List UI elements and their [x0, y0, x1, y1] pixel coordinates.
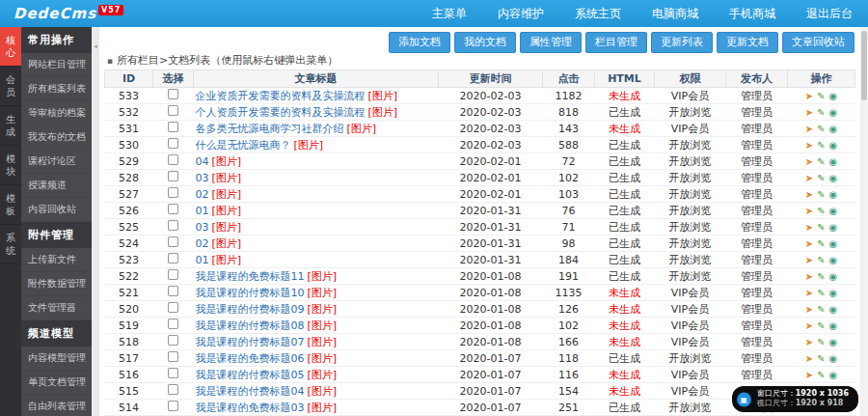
- toolbar-button-2[interactable]: 属性管理: [520, 32, 582, 53]
- op-preview-icon[interactable]: ➤: [805, 156, 813, 167]
- doc-title-link[interactable]: 我是课程的免费标题11: [196, 270, 305, 283]
- op-preview-icon[interactable]: ➤: [805, 320, 813, 331]
- topnav-item-2[interactable]: 系统主页: [559, 0, 637, 27]
- op-edit-icon[interactable]: ✎: [817, 353, 825, 364]
- sidebar-item-1-0[interactable]: 上传新文件: [21, 248, 92, 272]
- doc-title-link[interactable]: 我是课程的付费标题07: [196, 336, 305, 348]
- sidebar-item-0-0[interactable]: 网站栏目管理: [21, 53, 92, 77]
- row-checkbox[interactable]: [168, 319, 178, 329]
- op-view-icon[interactable]: ◉: [829, 255, 838, 265]
- op-view-icon[interactable]: ◉: [829, 124, 838, 134]
- op-preview-icon[interactable]: ➤: [805, 304, 813, 315]
- row-checkbox[interactable]: [168, 105, 178, 116]
- doc-title-link[interactable]: 02: [196, 237, 209, 250]
- toolbar-button-4[interactable]: 更新列表: [651, 32, 713, 53]
- scrollbar-thumb[interactable]: [861, 31, 867, 100]
- op-view-icon[interactable]: ◉: [829, 107, 838, 118]
- module-nav-item-3[interactable]: 模块: [0, 146, 21, 185]
- doc-title-link[interactable]: 我是课程的付费标题05: [196, 369, 305, 381]
- op-preview-icon[interactable]: ➤: [805, 238, 813, 249]
- op-preview-icon[interactable]: ➤: [805, 337, 813, 347]
- op-view-icon[interactable]: ◉: [829, 91, 838, 101]
- topnav-item-5[interactable]: 退出后台: [791, 0, 868, 27]
- sidebar-item-2-1[interactable]: 单页文档管理: [21, 371, 92, 395]
- op-edit-icon[interactable]: ✎: [817, 107, 825, 118]
- op-view-icon[interactable]: ◉: [829, 337, 838, 347]
- row-checkbox[interactable]: [168, 236, 178, 247]
- op-edit-icon[interactable]: ✎: [817, 189, 825, 200]
- op-edit-icon[interactable]: ✎: [817, 140, 825, 151]
- op-preview-icon[interactable]: ➤: [805, 124, 813, 134]
- op-view-icon[interactable]: ◉: [829, 173, 838, 183]
- doc-title-link[interactable]: 03: [196, 221, 209, 234]
- topnav-item-1[interactable]: 内容维护: [482, 0, 559, 27]
- doc-title-link[interactable]: 03: [196, 172, 209, 184]
- sidebar-item-0-6[interactable]: 内容回收站: [21, 198, 92, 222]
- doc-title-link[interactable]: 我是课程的付费标题09: [196, 303, 305, 316]
- op-preview-icon[interactable]: ➤: [805, 173, 813, 183]
- op-view-icon[interactable]: ◉: [829, 304, 838, 315]
- sidebar-item-1-1[interactable]: 附件数据管理: [21, 272, 92, 296]
- op-preview-icon[interactable]: ➤: [805, 189, 813, 200]
- op-view-icon[interactable]: ◉: [829, 353, 838, 364]
- sidebar-item-1-2[interactable]: 文件管理器: [21, 296, 92, 320]
- op-view-icon[interactable]: ◉: [829, 140, 838, 151]
- module-nav-item-1[interactable]: 会员: [0, 67, 21, 106]
- row-checkbox[interactable]: [168, 220, 178, 231]
- op-preview-icon[interactable]: ➤: [805, 288, 813, 298]
- op-view-icon[interactable]: ◉: [829, 271, 838, 282]
- op-edit-icon[interactable]: ✎: [817, 238, 825, 249]
- row-checkbox[interactable]: [168, 286, 178, 296]
- module-nav-item-2[interactable]: 生成: [0, 106, 21, 146]
- doc-title-link[interactable]: 我是课程的付费标题08: [196, 319, 305, 332]
- doc-title-link[interactable]: 我是课程的付费标题10: [196, 287, 305, 299]
- row-checkbox[interactable]: [168, 122, 178, 132]
- op-view-icon[interactable]: ◉: [829, 156, 838, 167]
- sidebar-item-2-0[interactable]: 内容模型管理: [21, 347, 92, 371]
- row-checkbox[interactable]: [168, 351, 178, 362]
- op-view-icon[interactable]: ◉: [829, 238, 838, 249]
- row-checkbox[interactable]: [168, 368, 178, 378]
- op-preview-icon[interactable]: ➤: [805, 255, 813, 265]
- row-checkbox[interactable]: [168, 89, 178, 99]
- module-nav-item-4[interactable]: 模板: [0, 185, 21, 225]
- op-edit-icon[interactable]: ✎: [817, 271, 825, 282]
- op-preview-icon[interactable]: ➤: [805, 140, 813, 151]
- row-checkbox[interactable]: [168, 138, 178, 149]
- doc-title-link[interactable]: 02: [196, 188, 209, 201]
- row-checkbox[interactable]: [168, 154, 178, 165]
- op-view-icon[interactable]: ◉: [829, 222, 838, 233]
- doc-title-link[interactable]: 个人资质开发需要的资料及实操流程: [196, 106, 366, 119]
- op-preview-icon[interactable]: ➤: [805, 271, 813, 282]
- toolbar-button-5[interactable]: 更新文档: [717, 32, 778, 53]
- module-nav-item-0[interactable]: 核心: [0, 27, 21, 67]
- doc-title-link[interactable]: 我是课程的免费标题06: [196, 352, 305, 365]
- topnav-item-4[interactable]: 手机商城: [714, 0, 791, 27]
- op-edit-icon[interactable]: ✎: [817, 222, 825, 233]
- op-edit-icon[interactable]: ✎: [817, 320, 825, 331]
- sidebar-item-0-3[interactable]: 我发布的文档: [21, 125, 92, 150]
- row-checkbox[interactable]: [168, 302, 178, 313]
- op-preview-icon[interactable]: ➤: [805, 91, 813, 101]
- op-edit-icon[interactable]: ✎: [817, 206, 825, 216]
- sidebar-item-0-4[interactable]: 课程讨论区: [21, 150, 92, 174]
- op-preview-icon[interactable]: ➤: [805, 353, 813, 364]
- op-edit-icon[interactable]: ✎: [817, 173, 825, 183]
- toolbar-button-3[interactable]: 栏目管理: [585, 32, 647, 53]
- toolbar-button-6[interactable]: 文章回收站: [782, 32, 854, 53]
- row-checkbox[interactable]: [168, 204, 178, 214]
- row-checkbox[interactable]: [168, 384, 178, 395]
- sidebar-item-2-2[interactable]: 自由列表管理: [21, 395, 92, 416]
- row-checkbox[interactable]: [168, 269, 178, 280]
- sidebar-collapse-handle[interactable]: ◂: [92, 27, 99, 416]
- op-edit-icon[interactable]: ✎: [817, 124, 825, 134]
- sidebar-item-0-5[interactable]: 授课频道: [21, 174, 92, 198]
- op-view-icon[interactable]: ◉: [829, 370, 838, 380]
- row-checkbox[interactable]: [168, 335, 178, 346]
- op-edit-icon[interactable]: ✎: [817, 304, 825, 315]
- doc-title-link[interactable]: 什么是无忧源电商？: [196, 139, 291, 152]
- op-preview-icon[interactable]: ➤: [805, 206, 813, 216]
- doc-title-link[interactable]: 我是课程的免费标题03: [196, 402, 305, 414]
- topnav-item-3[interactable]: 电脑商城: [637, 0, 714, 27]
- op-edit-icon[interactable]: ✎: [817, 288, 825, 298]
